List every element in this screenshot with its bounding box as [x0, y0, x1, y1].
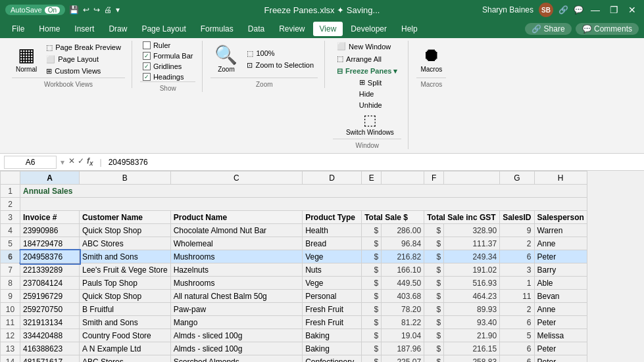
header-type[interactable]: Product Type — [303, 211, 362, 224]
cell-D10[interactable]: Fresh Fruit — [303, 303, 362, 316]
cell-D5[interactable]: Bread — [303, 237, 362, 250]
header-salesperson[interactable]: Salesperson — [534, 211, 587, 224]
cell-E6b[interactable]: 216.82 — [382, 250, 424, 263]
menu-home[interactable]: Home — [32, 22, 66, 36]
cell-C10[interactable]: Paw-paw — [170, 303, 302, 316]
cell-E10b[interactable]: 78.20 — [382, 303, 424, 316]
normal-view-button[interactable]: ▦ Normal — [12, 43, 41, 76]
cell-E10[interactable]: $ — [362, 303, 382, 316]
print-icon[interactable]: 🖨 — [104, 5, 112, 14]
headings-checkbox-row[interactable]: Headings — [140, 72, 186, 81]
cell-H13[interactable]: Peter — [534, 342, 587, 355]
cell-A10[interactable]: 259270750 — [20, 303, 80, 316]
cell-B11[interactable]: Smith and Sons — [80, 316, 171, 329]
cell-G9[interactable]: 11 — [500, 290, 534, 303]
cell-reference-input[interactable]: A6 — [4, 156, 57, 169]
cell-E13[interactable]: $ — [362, 342, 382, 355]
cell-C9[interactable]: All natural Chest Balm 50g — [170, 290, 302, 303]
col-header-E2[interactable] — [382, 171, 424, 185]
cell-F11b[interactable]: 93.40 — [444, 316, 500, 329]
cell-C8[interactable]: Mushrooms — [170, 277, 302, 290]
cell-A4[interactable]: 23990986 — [20, 224, 80, 237]
cell-G14[interactable]: 6 — [500, 355, 534, 363]
formula-bar-checkbox[interactable] — [143, 52, 151, 60]
cell-B13[interactable]: A N Example Ltd — [80, 342, 171, 355]
split-button[interactable]: ⊞ Split — [355, 77, 386, 88]
cell-A11[interactable]: 321913134 — [20, 316, 80, 329]
cell-E4b[interactable]: 286.00 — [382, 224, 424, 237]
cancel-formula-icon[interactable]: ✕ — [68, 156, 75, 167]
menu-draw[interactable]: Draw — [102, 22, 134, 36]
cell-C6[interactable]: Mushrooms — [170, 250, 302, 263]
cell-F8b[interactable]: 516.93 — [444, 277, 500, 290]
share-button[interactable]: 🔗 Share — [525, 23, 571, 35]
cell-F6b[interactable]: 249.34 — [444, 250, 500, 263]
cell-G7[interactable]: 3 — [500, 263, 534, 277]
menu-formulas[interactable]: Formulas — [194, 22, 240, 36]
cell-E14[interactable]: $ — [362, 355, 382, 363]
cell-G8[interactable]: 1 — [500, 277, 534, 290]
comments-button[interactable]: 💬 Comments — [576, 23, 639, 35]
cell-H8[interactable]: Able — [534, 277, 587, 290]
cell-G11[interactable]: 6 — [500, 316, 534, 329]
title-cell[interactable]: Annual Sales — [20, 185, 587, 198]
cell-E9b[interactable]: 403.68 — [382, 290, 424, 303]
cell-F10[interactable]: $ — [424, 303, 444, 316]
share-icon[interactable]: 🔗 — [558, 5, 568, 14]
confirm-formula-icon[interactable]: ✓ — [78, 156, 84, 167]
cell-G10[interactable]: 2 — [500, 303, 534, 316]
gridlines-checkbox-row[interactable]: Gridlines — [140, 62, 184, 71]
cell-F6[interactable]: $ — [424, 250, 444, 263]
header-total-gst[interactable]: Total Sale inc GST — [424, 211, 500, 224]
cell-C5[interactable]: Wholemeal — [170, 237, 302, 250]
cell-H14[interactable]: Peter — [534, 355, 587, 363]
formula-bar-checkbox-row[interactable]: Formula Bar — [140, 51, 196, 60]
cell-B7[interactable]: Lee's Fruit & Vege Store — [80, 263, 171, 277]
header-product[interactable]: Product Name — [170, 211, 302, 224]
col-header-E1[interactable]: E — [362, 171, 382, 185]
gridlines-checkbox[interactable] — [143, 62, 151, 70]
col-header-C[interactable]: C — [170, 171, 302, 185]
page-layout-button[interactable]: ⬜ Page Layout — [42, 54, 125, 65]
menu-insert[interactable]: Insert — [68, 22, 101, 36]
page-break-button[interactable]: ⬚ Page Break Preview — [42, 42, 125, 53]
cell-C4[interactable]: Chocolate Almond Nut Bar — [170, 224, 302, 237]
custom-views-button[interactable]: ⊞ Custom Views — [42, 66, 125, 77]
cell-H9[interactable]: Bevan — [534, 290, 587, 303]
menu-developer[interactable]: Developer — [344, 22, 393, 36]
close-button[interactable]: ✕ — [626, 3, 639, 16]
cell-F9[interactable]: $ — [424, 290, 444, 303]
cell-F13b[interactable]: 216.15 — [444, 342, 500, 355]
cell-E14b[interactable]: 225.07 — [382, 355, 424, 363]
cell-H7[interactable]: Barry — [534, 263, 587, 277]
cell-D6[interactable]: Vege — [303, 250, 362, 263]
menu-help[interactable]: Help — [395, 22, 424, 36]
cell-B4[interactable]: Quick Stop Shop — [80, 224, 171, 237]
cell-C13[interactable]: Almds - sliced 100g — [170, 342, 302, 355]
cell-H10[interactable]: Anne — [534, 303, 587, 316]
save-icon[interactable]: 💾 — [69, 5, 79, 14]
cell-E9[interactable]: $ — [362, 290, 382, 303]
cell-H4[interactable]: Warren — [534, 224, 587, 237]
redo-icon[interactable]: ↪ — [93, 5, 100, 14]
cell-B8[interactable]: Pauls Top Shop — [80, 277, 171, 290]
formula-input[interactable] — [109, 158, 640, 167]
macros-button[interactable]: ⏺ Macros — [416, 43, 446, 76]
cell-E12[interactable]: $ — [362, 329, 382, 342]
cell-D9[interactable]: Personal — [303, 290, 362, 303]
cell-G12[interactable]: 5 — [500, 329, 534, 342]
undo-icon[interactable]: ↩ — [83, 5, 89, 14]
cell-G6[interactable]: 6 — [500, 250, 534, 263]
cell-H6[interactable]: Peter — [534, 250, 587, 263]
cell-E8b[interactable]: 449.50 — [382, 277, 424, 290]
cell-B6[interactable]: Smith and Sons — [80, 250, 171, 263]
cell-D8[interactable]: Vege — [303, 277, 362, 290]
cell-F4[interactable]: $ — [424, 224, 444, 237]
cell-B9[interactable]: Quick Stop Shop — [80, 290, 171, 303]
cell-A7[interactable]: 221339289 — [20, 263, 80, 277]
unhide-button[interactable]: Unhide — [355, 100, 386, 110]
cell-A14[interactable]: 481571617 — [20, 355, 80, 363]
restore-button[interactable]: ❐ — [607, 3, 620, 16]
cell-E7b[interactable]: 166.10 — [382, 263, 424, 277]
cell-A12[interactable]: 334420488 — [20, 329, 80, 342]
